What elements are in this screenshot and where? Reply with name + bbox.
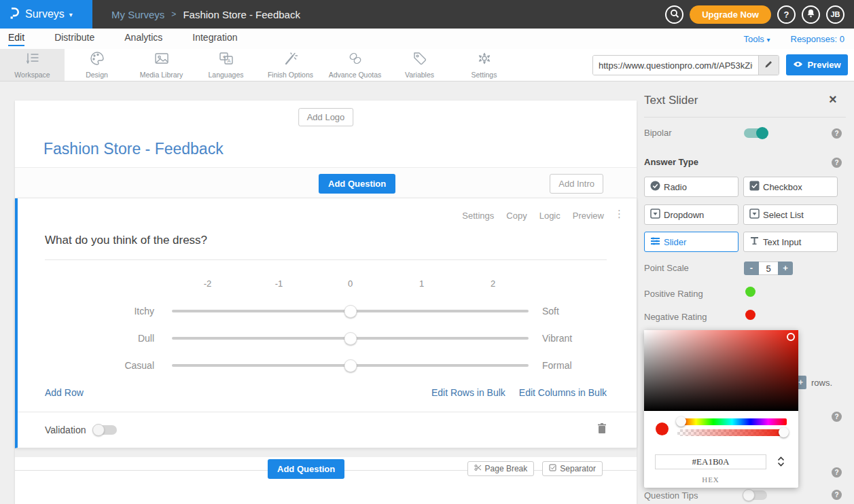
question-logic-link[interactable]: Logic <box>539 211 561 221</box>
add-row-link[interactable]: Add Row <box>45 387 84 398</box>
negative-rating-color-swatch[interactable] <box>745 310 755 320</box>
bell-icon <box>806 9 815 20</box>
tab-distribute[interactable]: Distribute <box>54 32 94 46</box>
breadcrumb-survey-name: Fashion Store - Feedback <box>183 9 300 20</box>
point-scale-increase-button[interactable]: + <box>778 262 793 275</box>
slider-track[interactable] <box>172 305 529 317</box>
nav-right: Tools ▾ Responses: 0 <box>743 34 854 44</box>
positive-rating-color-swatch[interactable] <box>745 287 755 297</box>
slider-handle[interactable] <box>344 305 357 318</box>
color-saturation-cursor[interactable] <box>787 333 795 341</box>
chevron-down-icon <box>777 462 785 467</box>
answer-type-help-icon[interactable]: ? <box>832 158 842 168</box>
delete-question-button[interactable] <box>597 422 607 437</box>
color-picker-popup: HEX <box>644 330 798 488</box>
bipolar-toggle[interactable] <box>744 128 767 138</box>
answer-type-select-list[interactable]: Select List <box>743 204 838 225</box>
toolbar-item-variables[interactable]: Variables <box>387 49 452 81</box>
color-picker-controls <box>644 411 798 445</box>
breadcrumb-my-surveys[interactable]: My Surveys <box>111 9 164 20</box>
color-format-toggle[interactable] <box>777 456 785 467</box>
alpha-slider-handle[interactable] <box>779 427 789 437</box>
question-tips-toggle[interactable] <box>744 490 767 500</box>
responses-count[interactable]: Responses: 0 <box>791 34 845 44</box>
question-copy-link[interactable]: Copy <box>506 211 527 221</box>
point-scale-input[interactable] <box>759 262 778 275</box>
question-preview-link[interactable]: Preview <box>573 211 604 221</box>
add-question-button-bottom[interactable]: Add Question <box>268 459 344 479</box>
preview-button[interactable]: Preview <box>786 54 848 75</box>
answer-type-text-input[interactable]: Text Input <box>743 232 838 252</box>
color-format-label: HEX <box>655 475 766 484</box>
hex-color-input[interactable] <box>655 454 766 469</box>
toolbar-item-finish-options[interactable]: Finish Options <box>258 49 323 81</box>
add-logo-button[interactable]: Add Logo <box>298 108 354 126</box>
translate-icon: ★A <box>218 51 234 69</box>
scale-label: 2 <box>457 278 529 289</box>
toolbar-item-design[interactable]: Design <box>65 49 129 81</box>
question-settings-link[interactable]: Settings <box>462 211 494 221</box>
help-icon[interactable]: ? <box>832 490 842 500</box>
help-icon[interactable]: ? <box>832 467 842 478</box>
slider-row-casual-formal: Casual Formal <box>45 352 607 379</box>
divider <box>18 412 637 412</box>
slider-handle[interactable] <box>344 359 357 372</box>
point-scale-label: Point Scale <box>644 263 689 273</box>
hue-slider[interactable] <box>677 418 787 425</box>
avatar[interactable]: JB <box>826 5 844 24</box>
answer-type-slider[interactable]: Slider <box>644 232 739 252</box>
separator-button[interactable]: Separator <box>542 461 603 476</box>
help-button[interactable]: ? <box>777 5 796 24</box>
page-break-button[interactable]: Page Break <box>467 461 535 476</box>
tab-integration[interactable]: Integration <box>192 32 237 46</box>
slider-track[interactable] <box>172 359 529 372</box>
tag-icon <box>412 51 428 69</box>
tab-analytics[interactable]: Analytics <box>124 32 162 46</box>
answer-type-radio[interactable]: Radio <box>644 177 739 197</box>
row-right-label: Soft <box>529 306 559 317</box>
answer-type-dropdown[interactable]: Dropdown <box>644 204 739 225</box>
toolbar-item-media-library[interactable]: Media Library <box>129 49 194 81</box>
toolbar-item-advance-quotas[interactable]: Advance Quotas <box>323 49 387 81</box>
point-scale-decrease-button[interactable]: - <box>744 262 759 275</box>
survey-title[interactable]: Fashion Store - Feedback <box>43 140 224 158</box>
toolbar-item-languages[interactable]: ★A Languages <box>194 49 258 81</box>
edit-url-button[interactable] <box>758 56 779 75</box>
question-more-menu-icon[interactable]: ⋮ <box>614 209 624 219</box>
avatar-initials: JB <box>830 10 840 18</box>
toolbar-item-workspace[interactable]: Workspace <box>0 49 65 81</box>
top-bar: Surveys ▾ My Surveys > Fashion Store - F… <box>0 0 854 29</box>
product-switcher[interactable]: Surveys ▾ <box>0 0 92 29</box>
question-text[interactable]: What do you think of the dress? <box>45 234 207 247</box>
edit-rows-bulk-link[interactable]: Edit Rows in Bulk <box>431 387 505 398</box>
color-saturation-area[interactable] <box>644 330 798 411</box>
question-block: Settings Copy Logic Preview ⋮ What do yo… <box>15 198 637 448</box>
upgrade-now-button[interactable]: Upgrade Now <box>690 5 771 24</box>
gear-icon <box>476 51 493 69</box>
question-tips-label: Question Tips <box>644 490 698 501</box>
alpha-slider[interactable] <box>677 429 787 436</box>
add-question-button-top[interactable]: Add Question <box>319 174 395 194</box>
slider-handle[interactable] <box>344 332 357 345</box>
point-scale-stepper: - + <box>744 262 793 275</box>
slider-track[interactable] <box>172 332 529 344</box>
current-color-swatch <box>656 422 669 435</box>
topbar-actions: Upgrade Now ? JB <box>665 5 854 24</box>
tools-menu[interactable]: Tools ▾ <box>743 34 770 44</box>
answer-type-checkbox[interactable]: Checkbox <box>743 177 838 197</box>
notifications-button[interactable] <box>802 5 820 24</box>
hue-slider-handle[interactable] <box>676 416 686 427</box>
survey-url-input[interactable] <box>593 56 758 75</box>
validation-toggle[interactable] <box>94 425 117 435</box>
chevron-down-icon: ▾ <box>766 36 770 43</box>
add-intro-button[interactable]: Add Intro <box>550 174 603 194</box>
questionpro-logo-icon <box>7 6 20 23</box>
search-button[interactable] <box>665 5 683 24</box>
close-icon[interactable]: × <box>829 92 837 106</box>
edit-columns-bulk-link[interactable]: Edit Columns in Bulk <box>519 387 607 398</box>
bipolar-help-icon[interactable]: ? <box>832 128 842 139</box>
svg-text:A: A <box>227 58 230 64</box>
help-icon[interactable]: ? <box>832 412 842 422</box>
toolbar-item-settings[interactable]: Settings <box>452 49 516 81</box>
tab-edit[interactable]: Edit <box>8 32 24 46</box>
